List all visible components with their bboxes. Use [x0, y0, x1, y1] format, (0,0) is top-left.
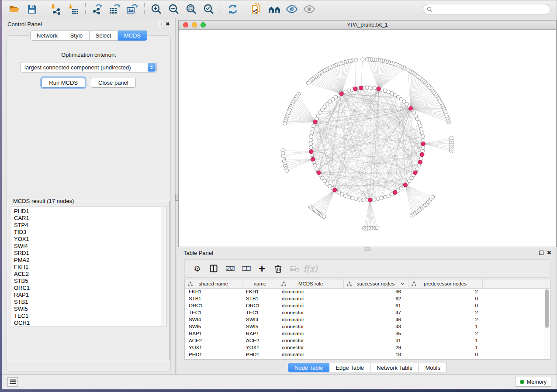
graph-hub-node[interactable]	[393, 190, 397, 194]
graph-node[interactable]	[365, 86, 369, 89]
graph-node[interactable]	[375, 226, 379, 229]
graph-hub-node[interactable]	[317, 171, 321, 175]
horizontal-splitter-handle[interactable]	[364, 248, 370, 251]
graph-node[interactable]	[383, 195, 387, 199]
graph-node[interactable]	[415, 167, 419, 170]
graph-hub-node[interactable]	[420, 152, 424, 156]
graph-node[interactable]	[390, 92, 394, 95]
column-header[interactable]: name	[242, 279, 278, 288]
graph-node[interactable]	[309, 146, 312, 149]
graph-node[interactable]	[421, 146, 425, 149]
graph-node[interactable]	[311, 127, 314, 131]
optimization-criterion-dropdown[interactable]: largest connected component (undirected)	[21, 62, 157, 72]
table-scrollbar-thumb[interactable]	[545, 289, 549, 328]
mcds-result-item[interactable]: STP4	[14, 222, 166, 229]
function-builder-button[interactable]: f(x)	[302, 261, 318, 275]
table-scrollbar[interactable]	[544, 289, 550, 359]
graph-hub-node[interactable]	[339, 92, 343, 96]
table-row[interactable]: PHD1PHD1dominator180	[185, 351, 550, 358]
graph-node[interactable]	[313, 164, 317, 167]
graph-node[interactable]	[283, 121, 287, 125]
show-panels-button[interactable]	[7, 377, 18, 387]
tab-motifs[interactable]: Motifs	[419, 363, 447, 372]
graph-node[interactable]	[419, 157, 423, 160]
mcds-result-item[interactable]: SRD1	[14, 250, 166, 257]
mcds-result-item[interactable]: CAR1	[14, 215, 166, 222]
graph-hub-node[interactable]	[377, 87, 381, 91]
import-network-button[interactable]	[47, 2, 65, 17]
graph-node[interactable]	[380, 196, 383, 200]
graph-node[interactable]	[421, 138, 425, 142]
tab-mcds[interactable]: MCDS	[118, 31, 147, 41]
table-row[interactable]: SWI4SWI4dominator462	[185, 316, 550, 323]
mcds-result-item[interactable]: YOX1	[14, 236, 166, 243]
graph-hub-node[interactable]	[309, 150, 313, 154]
zoom-out-button[interactable]	[165, 2, 183, 17]
export-table-button[interactable]	[106, 2, 124, 17]
column-header[interactable]: successor nodes	[343, 279, 408, 288]
graph-hub-node[interactable]	[409, 107, 413, 110]
column-header[interactable]: shared name	[185, 279, 242, 288]
tab-node-table[interactable]: Node Table	[288, 363, 330, 372]
mcds-result-item[interactable]: PMA2	[14, 257, 166, 264]
graph-node[interactable]	[347, 89, 350, 92]
split-panel-button[interactable]	[205, 261, 221, 275]
zoom-fit-button[interactable]	[183, 2, 200, 17]
import-table-button[interactable]	[65, 2, 82, 17]
graph-hub-node[interactable]	[311, 157, 315, 161]
graph-node[interactable]	[387, 194, 390, 197]
graph-node[interactable]	[373, 86, 376, 90]
graph-node[interactable]	[406, 68, 410, 72]
show-details-button[interactable]	[301, 2, 318, 17]
graph-hub-node[interactable]	[313, 120, 317, 124]
graph-node[interactable]	[350, 196, 354, 200]
mcds-result-item[interactable]: PHD1	[14, 208, 166, 215]
float-panel-icon[interactable]	[158, 22, 162, 26]
export-network-button[interactable]	[89, 2, 106, 17]
graph-hub-node[interactable]	[353, 87, 357, 91]
mcds-result-item[interactable]: STB1	[14, 299, 166, 306]
new-network-from-selection-button[interactable]	[248, 2, 266, 17]
close-panel-icon[interactable]: ✖	[166, 22, 170, 26]
graph-node[interactable]	[340, 193, 344, 196]
graph-node[interactable]	[421, 135, 424, 138]
mcds-result-item[interactable]: SWI4	[14, 243, 166, 250]
overview-button[interactable]	[266, 2, 283, 17]
close-panel-icon[interactable]: ✖	[547, 251, 551, 255]
delete-table-button[interactable]	[286, 261, 302, 275]
graph-hub-node[interactable]	[403, 183, 407, 187]
deselect-all-button[interactable]: ☐☐	[238, 261, 254, 275]
graph-node[interactable]	[344, 194, 347, 197]
export-image-button[interactable]	[124, 2, 141, 17]
graph-node[interactable]	[419, 124, 422, 127]
graph-hub-node[interactable]	[413, 171, 417, 175]
zoom-in-button[interactable]	[148, 2, 165, 17]
table-row[interactable]: RAP1RAP1dominator352	[185, 330, 550, 337]
graph-node[interactable]	[417, 120, 421, 124]
memory-button[interactable]: Memory	[515, 377, 551, 387]
tab-style[interactable]: Style	[64, 31, 90, 41]
graph-node[interactable]	[450, 136, 453, 140]
mcds-result-item[interactable]: GCR1	[14, 320, 166, 327]
search-input[interactable]	[435, 6, 547, 12]
tab-select[interactable]: Select	[90, 31, 118, 41]
network-canvas[interactable]	[179, 30, 556, 247]
graph-node[interactable]	[354, 58, 358, 62]
tab-network-table[interactable]: Network Table	[370, 363, 419, 372]
graph-node[interactable]	[361, 198, 365, 202]
tab-edge-table[interactable]: Edge Table	[329, 363, 370, 372]
graph-node[interactable]	[369, 86, 372, 89]
graph-node[interactable]	[365, 58, 369, 61]
graph-node[interactable]	[420, 131, 424, 134]
run-mcds-button[interactable]: Run MCDS	[42, 78, 85, 88]
graph-node[interactable]	[358, 198, 361, 201]
graph-node[interactable]	[431, 195, 434, 199]
column-header[interactable]: MCDS role	[278, 279, 343, 288]
mcds-result-item[interactable]: SWI5	[14, 306, 166, 313]
graph-node[interactable]	[310, 131, 314, 134]
table-row[interactable]: ORC1ORC1dominator610	[185, 302, 550, 309]
select-all-button[interactable]: ☑☑	[221, 261, 238, 275]
graph-hub-node[interactable]	[368, 198, 372, 202]
graph-node[interactable]	[322, 215, 326, 218]
search-field[interactable]	[423, 4, 550, 14]
